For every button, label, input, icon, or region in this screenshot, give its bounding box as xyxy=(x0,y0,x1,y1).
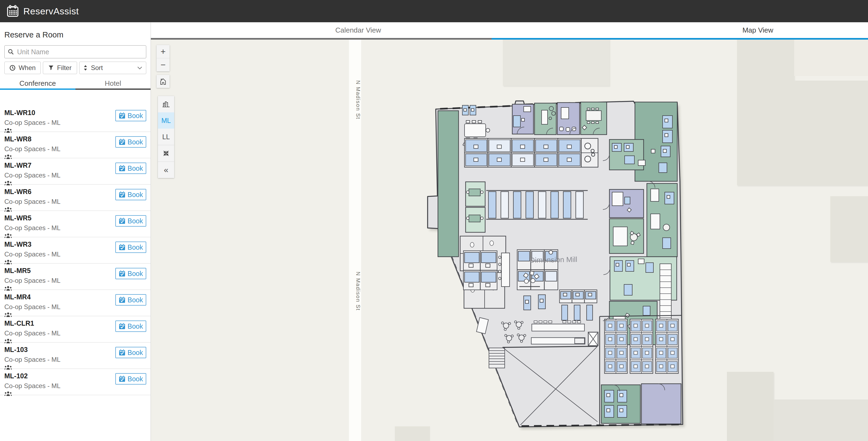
people-icon xyxy=(4,391,12,396)
street-label: N Madison St xyxy=(349,272,361,311)
home-button[interactable] xyxy=(157,75,169,88)
book-label: Book xyxy=(127,296,143,304)
list-item: ML-WR7 Co-op Spaces - ML xyxy=(0,158,151,185)
tab-hotel-label: Hotel xyxy=(105,79,121,88)
floor-filter-widget: ML LL « xyxy=(158,96,174,178)
book-label: Book xyxy=(127,191,143,199)
map-building-block xyxy=(737,81,868,185)
calendar-check-icon xyxy=(119,375,126,382)
tab-conference-underline xyxy=(0,89,75,90)
list-item: ML-MR4 Co-op Spaces - ML xyxy=(0,290,151,316)
chevron-down-icon xyxy=(137,66,142,69)
book-button[interactable]: Book xyxy=(115,294,146,306)
floor-plan[interactable]: Dimension Mill xyxy=(426,96,692,431)
map-building-block xyxy=(830,196,868,262)
search-input[interactable] xyxy=(17,48,143,56)
calendar-check-icon xyxy=(119,296,126,304)
book-label: Book xyxy=(127,270,143,278)
page-title: Reserve a Room xyxy=(0,22,151,39)
map-building-block xyxy=(503,40,610,86)
filter-icon xyxy=(48,65,54,70)
map-canvas[interactable]: N Madison St N Madison St xyxy=(151,40,868,441)
book-button[interactable]: Book xyxy=(115,189,146,200)
sidebar-toolbar: When Filter Sort xyxy=(4,62,146,74)
tab-conference[interactable]: Conference xyxy=(0,77,75,90)
floor-button-ml[interactable]: ML xyxy=(158,112,174,129)
when-label: When xyxy=(19,64,36,72)
building-label: Dimension Mill xyxy=(530,255,578,264)
book-button[interactable]: Book xyxy=(115,215,146,227)
view-tabs: Calendar View Map View xyxy=(151,22,868,40)
sort-dropdown[interactable]: Sort xyxy=(79,62,146,74)
center-facility-icon xyxy=(162,149,170,157)
book-label: Book xyxy=(127,244,143,251)
collapse-widget-button[interactable]: « xyxy=(158,161,174,178)
book-button[interactable]: Book xyxy=(115,347,146,358)
home-icon xyxy=(159,78,166,85)
book-button[interactable]: Book xyxy=(115,136,146,148)
reservassist-app: ReservAssist Reserve a Room When xyxy=(0,0,868,441)
list-item: ML-102 Co-op Spaces - ML xyxy=(0,369,151,395)
list-item: ML-CLR1 Co-op Spaces - ML xyxy=(0,316,151,343)
floor-button-ll[interactable]: LL xyxy=(158,129,174,145)
book-label: Book xyxy=(127,349,143,356)
map-building-block xyxy=(774,400,868,441)
list-item: ML-WR6 Co-op Spaces - ML xyxy=(0,185,151,211)
list-item: ML-103 Co-op Spaces - ML xyxy=(0,343,151,369)
filter-label: Filter xyxy=(57,64,71,72)
sort-icon xyxy=(83,65,88,71)
book-label: Book xyxy=(127,138,143,146)
tab-hotel[interactable]: Hotel xyxy=(75,77,151,90)
book-button[interactable]: Book xyxy=(115,320,146,332)
list-item: ML-WR10 Co-op Spaces - ML xyxy=(0,105,151,132)
map-building-block xyxy=(737,40,794,82)
book-button[interactable]: Book xyxy=(115,268,146,279)
book-label: Book xyxy=(127,322,143,330)
book-button[interactable]: Book xyxy=(115,163,146,174)
book-button[interactable]: Book xyxy=(115,110,146,121)
app-header: ReservAssist xyxy=(0,0,868,22)
room-list: ML-WR10 Co-op Spaces - ML xyxy=(0,105,151,441)
unit-name-search[interactable] xyxy=(4,45,146,58)
calendar-check-icon xyxy=(119,138,126,146)
calendar-check-icon xyxy=(119,270,126,277)
book-label: Book xyxy=(127,112,143,120)
calendar-check-icon xyxy=(119,349,126,356)
list-item: ML-WR3 Co-op Spaces - ML xyxy=(0,237,151,263)
levels-button[interactable] xyxy=(158,96,174,112)
calendar-check-icon xyxy=(119,165,126,172)
book-label: Book xyxy=(127,217,143,225)
chevrons-left-icon: « xyxy=(164,166,168,174)
map-building-block xyxy=(727,372,774,441)
clock-icon xyxy=(9,65,16,71)
calendar-check-icon xyxy=(119,112,126,119)
sidebar-tabs: Conference Hotel xyxy=(0,77,151,90)
calendar-check-icon xyxy=(119,323,126,330)
app-title: ReservAssist xyxy=(23,6,79,17)
search-icon xyxy=(8,49,14,55)
book-label: Book xyxy=(127,164,143,172)
building-levels-icon xyxy=(162,100,170,108)
zoom-widget: + − xyxy=(157,45,169,71)
book-button[interactable]: Book xyxy=(115,373,146,384)
zoom-out-button[interactable]: − xyxy=(157,58,169,71)
filter-button[interactable]: Filter xyxy=(43,62,77,74)
street-label: N Madison St xyxy=(349,80,361,119)
calendar-check-icon xyxy=(119,191,126,198)
zoom-in-button[interactable]: + xyxy=(157,45,169,58)
tab-calendar-view[interactable]: Calendar View xyxy=(335,26,381,34)
list-item: ML-WR5 Co-op Spaces - ML xyxy=(0,211,151,237)
when-button[interactable]: When xyxy=(4,62,41,74)
calendar-check-icon xyxy=(119,217,126,224)
sidebar: Reserve a Room When Filter xyxy=(0,22,151,441)
tab-map-view[interactable]: Map View xyxy=(742,26,773,34)
sort-label: Sort xyxy=(91,64,134,72)
zoom-to-facility-button[interactable] xyxy=(158,145,174,161)
floor-plan-cubicle-row-1 xyxy=(465,138,598,167)
map-building-block xyxy=(395,427,430,441)
book-label: Book xyxy=(127,375,143,383)
calendar-check-icon xyxy=(119,244,126,251)
calendar-logo-icon xyxy=(6,5,19,18)
book-button[interactable]: Book xyxy=(115,242,146,253)
tab-conference-label: Conference xyxy=(20,79,56,88)
